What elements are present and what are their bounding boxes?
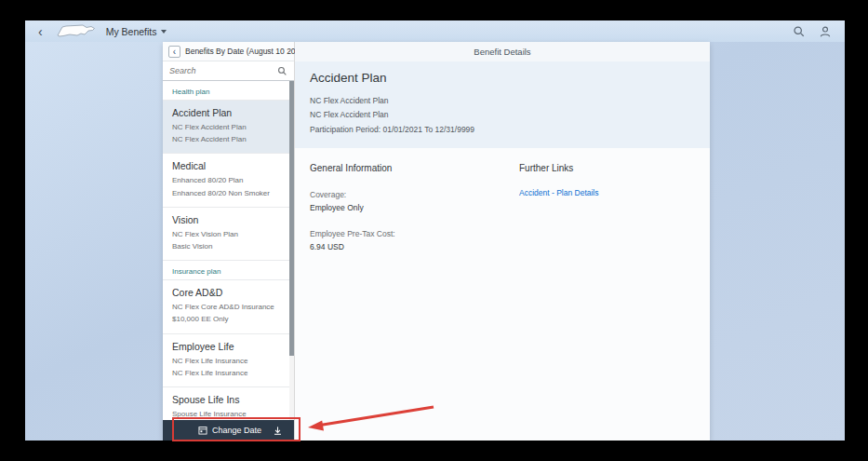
list-item-accident-plan[interactable]: Accident Plan NC Flex Accident Plan NC F… (163, 101, 294, 154)
plan-line: NC Flex Accident Plan (310, 108, 695, 122)
chevron-down-icon (161, 30, 167, 34)
general-information-section: General Information Coverage: Employee O… (310, 163, 519, 426)
pretax-cost-field: Employee Pre-Tax Cost: 6.94 USD (310, 227, 519, 254)
list-group-header-insurance: Insurance plan (163, 261, 294, 280)
app-title-label: My Benefits (106, 26, 157, 37)
detail-content: General Information Coverage: Employee O… (295, 148, 710, 441)
download-icon (273, 426, 283, 436)
list-item-employee-life[interactable]: Employee Life NC Flex Life Insurance NC … (163, 334, 294, 387)
app-screen: ‹ My Benefits ‹ Benefits By Date (August… (25, 20, 845, 441)
list-item-core-add[interactable]: Core AD&D NC Flex Core AD&D Insurance $1… (163, 280, 294, 333)
master-back-button[interactable]: ‹ (168, 46, 180, 58)
field-value: 6.94 USD (310, 240, 519, 253)
plan-object-header: Accident Plan NC Flex Accident Plan NC F… (295, 61, 710, 148)
master-header-title: Benefits By Date (August 10 2021) (185, 47, 307, 56)
calendar-icon (198, 426, 207, 435)
detail-header-title: Benefit Details (295, 42, 710, 61)
change-date-label: Change Date (212, 426, 261, 435)
shell-back-icon[interactable]: ‹ (38, 25, 43, 38)
search-icon[interactable] (793, 25, 806, 38)
coverage-field: Coverage: Employee Only (310, 188, 519, 215)
general-information-title: General Information (310, 163, 519, 173)
list-scrollbar[interactable] (289, 81, 294, 420)
list-item-title: Vision (172, 214, 285, 225)
list-item-title: Employee Life (172, 341, 285, 352)
master-footer-bar: Change Date (163, 420, 294, 441)
plan-line: NC Flex Accident Plan (310, 94, 695, 108)
list-item-line: NC Flex Accident Plan (172, 133, 285, 145)
list-item-line: NC Flex Life Insurance (172, 355, 285, 367)
benefit-plan-list: Health plan Accident Plan NC Flex Accide… (163, 81, 294, 420)
list-item-line: Enhanced 80/20 Non Smoker (172, 187, 285, 199)
list-item-medical[interactable]: Medical Enhanced 80/20 Plan Enhanced 80/… (163, 154, 294, 207)
search-field-icon[interactable] (277, 66, 287, 76)
list-item-line: $10,000 EE Only (172, 313, 285, 325)
list-item-line: NC Flex Vision Plan (172, 228, 285, 240)
change-date-button[interactable]: Change Date (198, 426, 261, 435)
north-carolina-logo (56, 23, 97, 40)
list-item-vision[interactable]: Vision NC Flex Vision Plan Basic Vision (163, 208, 294, 261)
download-button[interactable] (273, 426, 283, 436)
shell-topbar: ‹ My Benefits (25, 20, 845, 42)
list-item-title: Core AD&D (172, 287, 285, 298)
app-title-dropdown[interactable]: My Benefits (106, 26, 167, 37)
list-item-title: Spouse Life Ins (172, 394, 285, 405)
further-links-title: Further Links (519, 163, 599, 173)
plan-line: Participation Period: 01/01/2021 To 12/3… (310, 123, 695, 137)
list-item-line: NC Flex Life Insurance (172, 367, 285, 379)
benefit-details-pane: Benefit Details Accident Plan NC Flex Ac… (295, 42, 710, 441)
list-item-title: Medical (172, 160, 285, 171)
benefits-panel: ‹ Benefits By Date (August 10 2021) Heal… (163, 42, 710, 441)
user-profile-icon[interactable] (819, 25, 832, 38)
search-input[interactable] (169, 66, 277, 75)
master-header: ‹ Benefits By Date (August 10 2021) (163, 42, 294, 61)
list-group-header-health: Health plan (163, 81, 294, 101)
field-label: Employee Pre-Tax Cost: (310, 227, 519, 240)
list-item-line: Spouse Life Insurance (172, 408, 285, 420)
scrollbar-thumb[interactable] (289, 81, 294, 356)
plan-title: Accident Plan (310, 71, 695, 85)
list-item-spouse-life[interactable]: Spouse Life Ins Spouse Life Insurance Sp… (163, 387, 294, 420)
accident-plan-details-link[interactable]: Accident - Plan Details (519, 188, 599, 197)
further-links-section: Further Links Accident - Plan Details (519, 163, 599, 426)
field-value: Employee Only (310, 201, 519, 214)
search-bar (163, 61, 294, 81)
list-item-title: Accident Plan (172, 107, 285, 118)
field-label: Coverage: (310, 188, 519, 201)
list-item-line: NC Flex Accident Plan (172, 121, 285, 133)
list-item-line: Enhanced 80/20 Plan (172, 174, 285, 186)
list-item-line: Basic Vision (172, 240, 285, 252)
benefits-master-list: ‹ Benefits By Date (August 10 2021) Heal… (163, 42, 295, 441)
list-item-line: NC Flex Core AD&D Insurance (172, 301, 285, 313)
